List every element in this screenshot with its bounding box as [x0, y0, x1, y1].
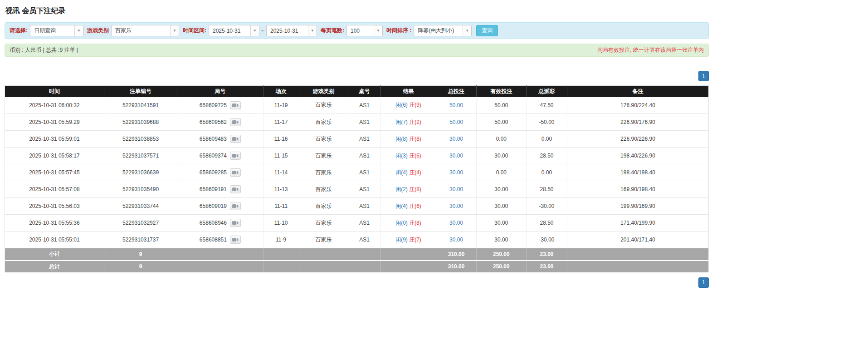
- per-page-select[interactable]: 100 ▼: [346, 25, 383, 36]
- game-type-select[interactable]: 百家乐 ▼: [111, 25, 179, 36]
- cell-table-no: AS1: [348, 215, 380, 232]
- cell-valid-bet: 0.00: [476, 164, 526, 181]
- cell-valid-bet: 30.00: [476, 215, 526, 232]
- video-camera-icon[interactable]: [230, 135, 241, 143]
- total-bet-link[interactable]: 30.00: [449, 186, 463, 192]
- video-camera-icon[interactable]: [230, 168, 241, 177]
- chevron-down-icon[interactable]: ▼: [308, 25, 317, 36]
- video-camera-icon[interactable]: [230, 202, 241, 210]
- cell-total-bet: 30.00: [436, 198, 476, 215]
- cell-table-no: AS1: [348, 181, 380, 198]
- date-range-tilde: ~: [261, 28, 264, 34]
- result-banker: 庄(9): [409, 102, 421, 108]
- cell-bet-id: 522931041591: [104, 97, 177, 114]
- date-to-input[interactable]: 2025-10-31 ▼: [266, 25, 317, 36]
- chevron-down-icon[interactable]: ▼: [374, 25, 382, 36]
- cell-bet-id: 522931035490: [104, 181, 177, 198]
- cell-session: 11-10: [263, 215, 299, 232]
- round-id-text: 658609374: [200, 153, 227, 159]
- result-banker: 庄(4): [409, 169, 421, 176]
- cell-session: 11-17: [263, 114, 299, 131]
- result-player: 闲(8): [395, 136, 408, 142]
- cell-round-id: 658608851: [177, 232, 263, 248]
- chevron-down-icon[interactable]: ▼: [463, 25, 471, 36]
- total-bet-link[interactable]: 50.00: [449, 119, 463, 125]
- cell-session: 11-11: [263, 198, 299, 215]
- column-header-9: 总派彩: [526, 86, 567, 97]
- total-bet-link[interactable]: 30.00: [449, 237, 463, 243]
- round-id-text: 658609725: [200, 102, 227, 108]
- cell-session: 11-13: [263, 181, 299, 198]
- round-id-text: 658609019: [200, 203, 227, 209]
- total-bet-link[interactable]: 30.00: [449, 169, 463, 176]
- page-title: 视讯 会员下注纪录: [5, 6, 709, 16]
- cell-table-no: AS1: [348, 97, 380, 114]
- result-player: 闲(7): [395, 119, 408, 125]
- column-header-7: 总投注: [436, 86, 476, 97]
- summary-empty-cell: [263, 261, 299, 273]
- result-banker: 庄(8): [409, 136, 421, 142]
- cell-valid-bet: 30.00: [476, 232, 526, 248]
- video-camera-icon[interactable]: [230, 236, 241, 244]
- result-banker: 庄(7): [409, 237, 421, 243]
- round-id-text: 658609483: [200, 136, 227, 142]
- summary-empty-cell: [380, 248, 436, 261]
- page-button[interactable]: 1: [698, 71, 709, 81]
- total-bet-link[interactable]: 30.00: [449, 203, 463, 209]
- video-camera-icon[interactable]: [230, 219, 241, 227]
- cell-round-id: 658609483: [177, 131, 263, 148]
- cell-round-id: 658608946: [177, 215, 263, 232]
- cell-round-id: 658609725: [177, 97, 263, 114]
- cell-round-id: 658609285: [177, 164, 263, 181]
- query-type-select[interactable]: 日期查询 ▼: [30, 25, 83, 36]
- round-id-text: 658609191: [200, 186, 227, 192]
- per-page-value: 100: [347, 25, 374, 36]
- total-bet-link[interactable]: 30.00: [449, 220, 463, 226]
- cell-time: 2025-10-31 05:55:01: [5, 232, 104, 248]
- summary-empty-cell: [567, 248, 708, 261]
- query-type-value: 日期查询: [30, 25, 74, 36]
- total-bet-link[interactable]: 30.00: [449, 136, 463, 142]
- video-camera-icon[interactable]: [230, 118, 241, 126]
- game-type-value: 百家乐: [112, 25, 170, 36]
- cell-payout: -30.00: [526, 198, 567, 215]
- result-player: 闲(4): [395, 203, 408, 209]
- date-from-input[interactable]: 2025-10-31 ▼: [209, 25, 259, 36]
- video-camera-icon[interactable]: [230, 185, 241, 193]
- cell-bet-id: 522931032927: [104, 215, 177, 232]
- cell-bet-id: 522931033744: [104, 198, 177, 215]
- sort-order-value: 降幂(由大到小): [414, 25, 463, 36]
- chevron-down-icon[interactable]: ▼: [170, 25, 179, 36]
- column-header-5: 桌号: [348, 86, 380, 97]
- query-button[interactable]: 查询: [476, 25, 498, 36]
- cell-table-no: AS1: [348, 131, 380, 148]
- video-camera-icon[interactable]: [230, 152, 241, 160]
- summary-empty-cell: [299, 261, 348, 273]
- cell-time: 2025-10-31 05:59:29: [5, 114, 104, 131]
- cell-session: 11-14: [263, 164, 299, 181]
- sort-order-select[interactable]: 降幂(由大到小) ▼: [414, 25, 472, 36]
- date-to-value: 2025-10-31: [267, 25, 308, 36]
- page-button[interactable]: 1: [698, 277, 709, 288]
- cell-session: 11-15: [263, 148, 299, 164]
- cell-valid-bet: 50.00: [476, 114, 526, 131]
- result-player: 闲(0): [395, 220, 408, 226]
- cell-total-bet: 30.00: [436, 232, 476, 248]
- chevron-down-icon[interactable]: ▼: [250, 25, 259, 36]
- cell-bet-id: 522931037571: [104, 148, 177, 164]
- cell-table-no: AS1: [348, 148, 380, 164]
- table-footer: 小计9310.00250.0023.00总计9310.00250.0023.00: [5, 248, 709, 273]
- cell-result: 闲(8) 庄(8): [380, 131, 436, 148]
- result-banker: 庄(2): [409, 119, 421, 125]
- summary-empty-cell: [348, 248, 380, 261]
- column-header-0: 时间: [5, 86, 104, 97]
- video-camera-icon[interactable]: [230, 101, 241, 109]
- date-from-value: 2025-10-31: [209, 25, 250, 36]
- per-page-label: 每页笔数:: [321, 27, 344, 35]
- summary-valid-bet: 250.00: [476, 248, 526, 261]
- total-bet-link[interactable]: 50.00: [449, 102, 463, 108]
- summary-empty-cell: [380, 261, 436, 273]
- total-bet-link[interactable]: 30.00: [449, 153, 463, 159]
- chevron-down-icon[interactable]: ▼: [74, 25, 83, 36]
- cell-total-bet: 50.00: [436, 97, 476, 114]
